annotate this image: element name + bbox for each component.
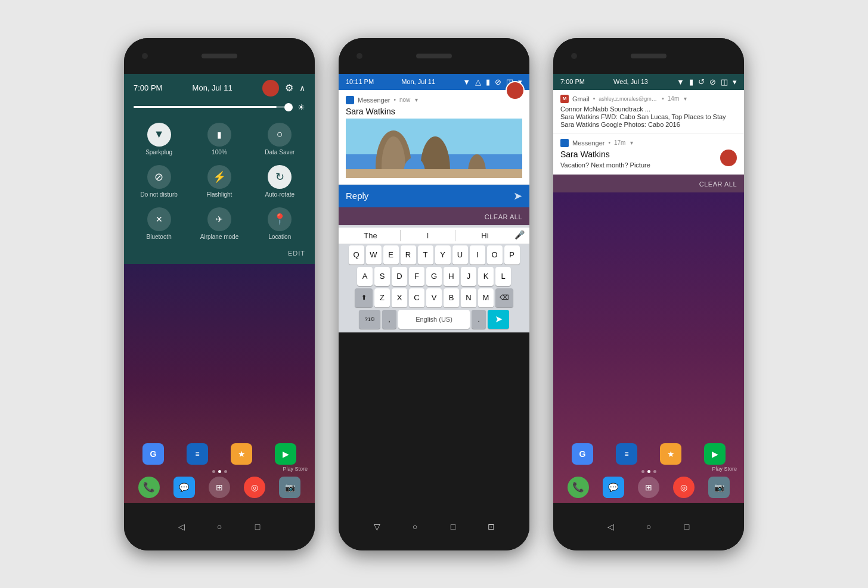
- key-o[interactable]: O: [487, 245, 503, 265]
- clear-all-text-3[interactable]: CLEAR ALL: [699, 181, 737, 188]
- key-comma[interactable]: ,: [382, 310, 396, 329]
- dock-launcher-3[interactable]: ⊞: [638, 477, 659, 498]
- app-google-3[interactable]: G: [572, 443, 593, 465]
- key-shift[interactable]: ⬆: [355, 288, 373, 307]
- key-backspace[interactable]: ⌫: [495, 288, 513, 307]
- key-r[interactable]: R: [401, 245, 416, 265]
- key-b[interactable]: B: [444, 288, 459, 307]
- nav-back-1[interactable]: ◁: [174, 519, 188, 534]
- notif-app-2: Messenger • now ▾: [346, 96, 418, 104]
- dock-chrome-3[interactable]: ◎: [673, 477, 695, 498]
- qs-tile-flashlight[interactable]: ⚡ Flashlight: [194, 165, 244, 198]
- key-z[interactable]: Z: [374, 288, 390, 307]
- qs-tile-bluetooth[interactable]: ✕ Bluetooth: [134, 207, 184, 240]
- qs-tile-airplane[interactable]: ✈ Airplane mode: [194, 207, 244, 240]
- key-h[interactable]: H: [444, 267, 459, 286]
- chevron-down-icon-3[interactable]: ▾: [733, 77, 737, 86]
- clear-all-text-2[interactable]: CLEAR ALL: [485, 213, 522, 220]
- key-space[interactable]: English (US): [398, 310, 470, 329]
- suggestion-hi[interactable]: Hi: [458, 230, 512, 241]
- nav-home-1[interactable]: ○: [212, 519, 227, 534]
- key-u[interactable]: U: [452, 245, 468, 265]
- key-k[interactable]: K: [478, 267, 494, 286]
- dock-messages[interactable]: 💬: [173, 477, 195, 498]
- dock-launcher[interactable]: ⊞: [209, 477, 230, 498]
- qs-tile-location[interactable]: 📍 Location: [255, 207, 305, 240]
- mic-icon[interactable]: 🎤: [514, 230, 525, 241]
- key-period[interactable]: .: [472, 310, 486, 329]
- battery-icon: ▮: [207, 123, 231, 147]
- dock-camera-3[interactable]: 📷: [708, 477, 730, 498]
- nav-home-2[interactable]: ○: [408, 519, 422, 534]
- messenger-app-info-3: Messenger • 17m ▾: [560, 139, 633, 147]
- key-f[interactable]: F: [409, 267, 424, 286]
- key-symbols[interactable]: ?1©: [359, 310, 380, 329]
- reply-bar[interactable]: ➤: [339, 185, 529, 207]
- dock-phone-3[interactable]: 📞: [568, 477, 589, 498]
- key-x[interactable]: X: [392, 288, 407, 307]
- qs-tile-battery[interactable]: ▮ 100%: [194, 123, 244, 155]
- key-d[interactable]: D: [392, 267, 407, 286]
- nav-home-3[interactable]: ○: [641, 519, 656, 534]
- reply-input[interactable]: [346, 191, 509, 201]
- speaker-2: [416, 54, 452, 58]
- clear-all-bar-3: CLEAR ALL: [553, 175, 744, 192]
- phone-3: 7:00 PM Wed, Jul 13 ▼ ▮ ↺ ⊘ ◫ ▾ M Gmail: [553, 38, 744, 550]
- notif-expand-icon[interactable]: ▾: [415, 97, 418, 103]
- key-y[interactable]: Y: [435, 245, 451, 265]
- qs-tile-datasaver[interactable]: ○ Data Saver: [255, 123, 305, 155]
- key-i[interactable]: I: [470, 245, 485, 265]
- dock-phone[interactable]: 📞: [138, 477, 160, 498]
- suggestion-the[interactable]: The: [343, 230, 398, 241]
- gmail-expand-icon[interactable]: ▾: [684, 95, 687, 102]
- dock-chrome[interactable]: ◎: [244, 477, 265, 498]
- key-t[interactable]: T: [418, 245, 433, 265]
- qs-tile-autorotate[interactable]: ↻ Auto-rotate: [255, 165, 305, 198]
- key-e[interactable]: E: [383, 245, 399, 265]
- chevron-up-icon[interactable]: ∧: [299, 83, 305, 93]
- key-m[interactable]: M: [478, 288, 494, 307]
- home-screen-apps-1: G ≡ ★ ▶: [124, 441, 315, 467]
- phone-top-3: [553, 38, 744, 74]
- nav-recents-3[interactable]: □: [680, 519, 694, 534]
- nav-keyboard-2[interactable]: ⊡: [484, 519, 498, 534]
- reply-send-icon[interactable]: ➤: [513, 189, 522, 203]
- nav-back-2[interactable]: ▽: [370, 519, 384, 534]
- key-j[interactable]: J: [461, 267, 476, 286]
- key-v[interactable]: V: [426, 288, 442, 307]
- key-a[interactable]: A: [357, 267, 373, 286]
- key-w[interactable]: W: [366, 245, 382, 265]
- app-play-3[interactable]: ▶: [704, 443, 726, 465]
- qs-tile-wifi[interactable]: ▼ Sparkplug: [134, 123, 184, 155]
- key-c[interactable]: C: [409, 288, 424, 307]
- nav-back-3[interactable]: ◁: [603, 519, 618, 534]
- qs-tile-dnd[interactable]: ⊘ Do not disturb: [134, 165, 184, 198]
- suggestion-i[interactable]: I: [400, 230, 455, 241]
- dock-messages-3[interactable]: 💬: [603, 477, 624, 498]
- dock-camera[interactable]: 📷: [279, 477, 300, 498]
- edit-label[interactable]: EDIT: [288, 250, 305, 257]
- app-photos[interactable]: ★: [231, 443, 252, 465]
- datasaver-icon: ○: [268, 123, 292, 147]
- notif-title-2: Sara Watkins: [346, 107, 522, 116]
- key-send[interactable]: ➤: [488, 310, 509, 329]
- messenger-expand-icon-3[interactable]: ▾: [630, 139, 633, 146]
- app-docs[interactable]: ≡: [187, 443, 208, 465]
- key-s[interactable]: S: [374, 267, 390, 286]
- gear-icon[interactable]: ⚙: [285, 82, 293, 94]
- key-g[interactable]: G: [426, 267, 442, 286]
- nav-recents-1[interactable]: □: [250, 519, 265, 534]
- key-l[interactable]: L: [495, 267, 511, 286]
- messenger-time-3: 17m: [614, 139, 625, 146]
- qs-avatar[interactable]: [262, 80, 279, 97]
- brightness-bar[interactable]: [134, 106, 293, 108]
- key-p[interactable]: P: [504, 245, 520, 265]
- app-google[interactable]: G: [142, 443, 164, 465]
- app-play[interactable]: ▶: [275, 443, 296, 465]
- nav-recents-2[interactable]: □: [446, 519, 460, 534]
- app-photos-3[interactable]: ★: [660, 443, 681, 465]
- phone-bottom-1: ◁ ○ □: [124, 503, 315, 550]
- app-docs-3[interactable]: ≡: [616, 443, 637, 465]
- key-q[interactable]: Q: [349, 245, 364, 265]
- key-n[interactable]: N: [461, 288, 476, 307]
